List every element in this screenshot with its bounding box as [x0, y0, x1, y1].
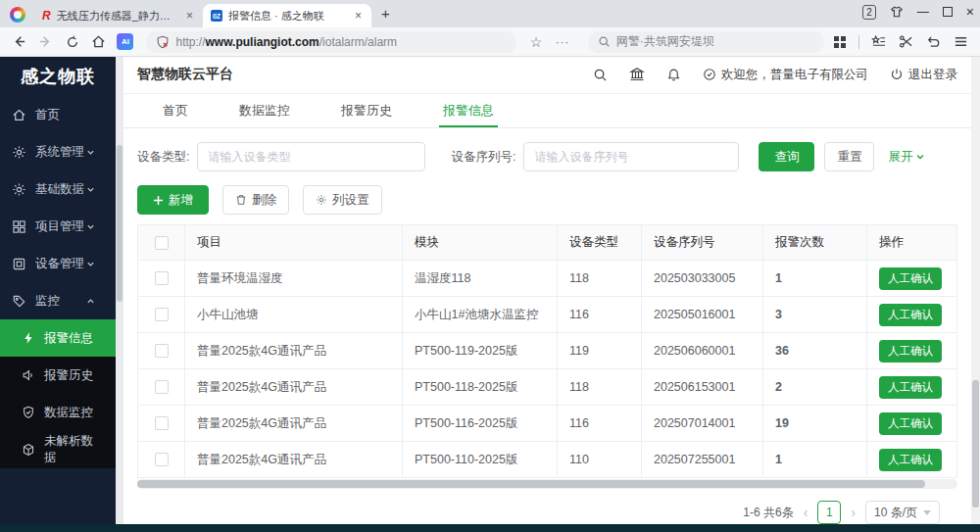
manual-confirm-button[interactable]: 人工确认 [879, 304, 942, 326]
scrollbar-thumb[interactable] [117, 145, 122, 302]
table-action-bar: 新增 删除 列设置 [137, 185, 957, 215]
apps-grid-icon[interactable] [828, 30, 852, 54]
cube-icon [22, 443, 35, 457]
close-window-button[interactable]: × [966, 4, 974, 20]
column-settings-button[interactable]: 列设置 [303, 185, 382, 215]
url-text[interactable]: http://www.puliangiot.com/iotalarm/alarm [175, 35, 397, 49]
device-type-label: 设备类型: [137, 149, 189, 166]
row-checkbox[interactable] [155, 271, 169, 285]
logout-button[interactable]: 退出登录 [890, 67, 957, 83]
add-button[interactable]: 新增 [137, 185, 209, 215]
reset-button[interactable]: 重置 [824, 142, 874, 171]
screenshot-scissors-icon[interactable] [894, 30, 917, 54]
prev-page-icon[interactable]: ‹ [804, 505, 808, 520]
page-tab-data-monitor[interactable]: 数据监控 [214, 94, 316, 127]
browser-tab-2-active[interactable]: 0Z 报警信息 · 感之物联 × [203, 4, 371, 27]
search-placeholder: 网警·共筑网安堤坝 [616, 33, 714, 50]
page-scrollbar[interactable] [971, 57, 980, 524]
main-header: 智慧物联云平台 欢迎您，普量电子有限公司 [123, 57, 971, 94]
ai-assistant-icon[interactable]: AI [114, 30, 136, 54]
page-tab-alarm-history[interactable]: 报警历史 [316, 94, 417, 127]
manual-confirm-button[interactable]: 人工确认 [879, 412, 942, 435]
device-type-input[interactable] [197, 142, 425, 171]
address-bar[interactable]: http://www.puliangiot.com/iotalarm/alarm [146, 31, 516, 53]
theme-shirt-icon[interactable] [890, 5, 904, 19]
tab-close-icon[interactable]: × [353, 9, 364, 23]
browser-tab-1[interactable]: R 无线压力传感器_静力水准仪_ × [34, 4, 203, 27]
welcome-user[interactable]: 欢迎您，普量电子有限公司 [703, 67, 868, 83]
row-checkbox[interactable] [155, 344, 169, 358]
toolbar-search-box[interactable]: 网警·共筑网安堤坝 [588, 31, 824, 53]
table-row: 普量2025款4G通讯产品 PT500-116-2025版 116 202507… [138, 406, 957, 442]
manual-confirm-button[interactable]: 人工确认 [879, 449, 942, 471]
refresh-icon[interactable] [61, 30, 83, 54]
table-row: 普量2025款4G通讯产品 PT500-119-2025版 119 202506… [138, 333, 957, 369]
table-horizontal-scrollbar[interactable] [137, 479, 957, 489]
minimize-button[interactable]: — [917, 5, 929, 19]
serial-input[interactable] [523, 142, 739, 171]
scrollbar-thumb[interactable] [972, 380, 979, 508]
sidebar-subitem-alarm-history[interactable]: 报警历史 [0, 357, 116, 394]
alarm-count: 3 [763, 297, 867, 333]
gear-icon [12, 182, 26, 197]
manual-confirm-button[interactable]: 人工确认 [879, 340, 942, 363]
tab-close-icon[interactable]: × [184, 9, 195, 23]
search-button[interactable]: 查询 [759, 142, 814, 171]
header-search-icon[interactable] [593, 68, 608, 82]
expand-filters-link[interactable]: 展开 [888, 149, 925, 166]
alarm-count: 1 [763, 442, 867, 478]
table-row: 普量环境温湿度 温湿度118 118 202503033005 1 人工确认 [138, 261, 957, 297]
delete-button[interactable]: 删除 [222, 185, 289, 215]
page-tab-home[interactable]: 首页 [137, 94, 214, 127]
col-header-project: 项目 [185, 225, 403, 261]
notifications-bell-icon[interactable] [666, 68, 681, 82]
home-icon[interactable] [87, 30, 110, 54]
row-checkbox[interactable] [155, 416, 169, 430]
sidebar-item-project[interactable]: 项目管理 [0, 208, 116, 245]
sidebar-subitem-alarm-info[interactable]: 报警信息 [0, 319, 116, 357]
tab-count-badge[interactable]: 2 [862, 5, 876, 20]
page-more-icon[interactable]: ··· [552, 30, 574, 54]
sidebar-item-device[interactable]: 设备管理 [0, 245, 116, 282]
sidebar-item-system[interactable]: 系统管理 [0, 133, 116, 170]
grid-icon [12, 219, 26, 234]
undo-icon[interactable] [921, 30, 945, 54]
new-tab-button[interactable]: + [381, 5, 390, 22]
manual-confirm-button[interactable]: 人工确认 [879, 376, 942, 399]
bookmark-star-icon[interactable]: ☆ [524, 30, 547, 54]
favorites-list-icon[interactable] [866, 30, 890, 54]
sidebar: 感之物联 首页 系统管理 基础数据 项目管理 [0, 57, 116, 524]
row-checkbox[interactable] [155, 380, 169, 394]
organization-bank-icon[interactable] [629, 67, 645, 82]
browser-window: R 无线压力传感器_静力水准仪_ × 0Z 报警信息 · 感之物联 × + 2 … [0, 0, 980, 532]
app-area: 感之物联 首页 系统管理 基础数据 项目管理 [0, 57, 980, 524]
sidebar-item-basedata[interactable]: 基础数据 [0, 170, 116, 208]
pagination-summary: 1-6 共6条 [743, 505, 793, 521]
forward-icon[interactable] [34, 30, 57, 54]
alarm-count: 36 [763, 333, 867, 369]
page-tab-alarm-info[interactable]: 报警信息 [417, 94, 519, 127]
sidebar-item-home[interactable]: 首页 [0, 96, 116, 133]
sidebar-subitem-unparsed-data[interactable]: 未解析数据 [0, 431, 116, 468]
back-icon[interactable] [8, 30, 30, 54]
sidebar-item-monitor[interactable]: 监控 [0, 282, 116, 319]
browser-logo-icon[interactable] [10, 7, 25, 23]
page-number-button[interactable]: 1 [817, 501, 841, 524]
window-controls: 2 — × [862, 4, 974, 20]
content-area: 设备类型: 设备序列号: 查询 重置 展开 新增 [123, 128, 971, 524]
page-size-select[interactable]: 10 条/页 [865, 501, 940, 524]
toolbar-right-icons [828, 30, 972, 54]
shield-block-icon[interactable] [156, 35, 170, 49]
maximize-button[interactable] [943, 7, 953, 17]
row-checkbox[interactable] [155, 308, 169, 321]
scrollbar-thumb[interactable] [137, 480, 925, 488]
manual-confirm-button[interactable]: 人工确认 [879, 267, 942, 290]
sidebar-subitem-data-monitor[interactable]: 数据监控 [0, 394, 116, 431]
select-all-checkbox[interactable] [155, 236, 169, 250]
menu-hamburger-icon[interactable] [949, 30, 972, 54]
sidebar-scrollbar[interactable] [116, 57, 123, 524]
row-checkbox[interactable] [155, 453, 169, 466]
tab-title: 报警信息 · 感之物联 [228, 9, 347, 24]
next-page-icon[interactable]: › [851, 505, 856, 520]
check-circle-icon [703, 68, 716, 81]
